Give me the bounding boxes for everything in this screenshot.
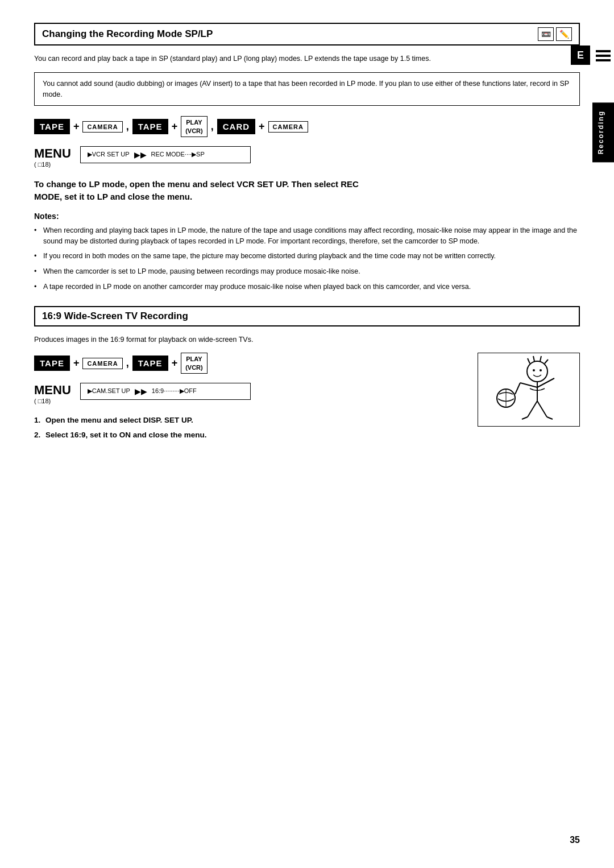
svg-point-5: [533, 369, 535, 371]
page-number: 35: [570, 835, 580, 845]
plus-1: +: [73, 121, 80, 133]
double-arrow-1: ▶▶: [134, 150, 147, 159]
menu-arrow-box-2: ▶CAM.SET UP ▶▶ 16:9·········▶OFF: [80, 383, 251, 400]
svg-line-8: [520, 383, 537, 387]
mode-row-section1: TAPE + CAMERA , TAPE + PLAY(VCR) , CARD …: [34, 116, 580, 137]
side-decoration: [592, 46, 614, 66]
pencil-icon: ✏️: [556, 27, 572, 41]
warning-box: You cannot add sound (audio dubbing) or …: [34, 72, 580, 106]
menu-section-1: MENU ( □18) ▶VCR SET UP ▶▶ REC MODE····▶…: [34, 146, 580, 168]
section2-header: 16:9 Wide-Screen TV Recording: [34, 306, 580, 326]
menu-arrow1-text-2: ▶CAM.SET UP: [88, 387, 130, 395]
menu-arrow-box-1: ▶VCR SET UP ▶▶ REC MODE····▶SP: [80, 146, 251, 163]
plus-2: +: [172, 121, 178, 133]
svg-point-6: [540, 369, 542, 371]
section1-header: Changing the Recording Mode SP/LP 📼 ✏️: [34, 23, 580, 46]
step-item-1: 1. Open the menu and select DISP. SET UP…: [34, 415, 466, 426]
note-item: When recording and playing back tapes in…: [34, 225, 580, 247]
camera-label-2: CAMERA: [268, 121, 308, 133]
section2: 16:9 Wide-Screen TV Recording Produces i…: [34, 306, 580, 445]
svg-line-10: [528, 401, 537, 417]
menu-section-2: MENU ( □18) ▶CAM.SET UP ▶▶ 16:9·········…: [34, 383, 466, 404]
step-item-2: 2. Select 16:9, set it to ON and close t…: [34, 429, 466, 441]
svg-line-3: [540, 356, 541, 361]
menu-arrow2-text-2: 16:9·········▶OFF: [152, 387, 197, 395]
section1-intro: You can record and play back a tape in S…: [34, 53, 580, 64]
section2-intro: Produces images in the 16:9 format for p…: [34, 334, 580, 345]
tape-icon: 📼: [538, 27, 554, 41]
comma-2: ,: [211, 121, 214, 133]
svg-line-2: [533, 356, 534, 361]
svg-point-0: [527, 361, 547, 382]
svg-line-4: [545, 359, 548, 363]
menu-word-2: MENU ( □18): [34, 383, 71, 404]
menu-arrow1-text: ▶VCR SET UP: [88, 151, 130, 158]
note-item: A tape recorded in LP mode on another ca…: [34, 282, 580, 292]
svg-line-9: [537, 378, 554, 387]
section-letter-tab: E: [571, 46, 590, 65]
card-label: CARD: [217, 119, 255, 134]
svg-line-11: [537, 401, 547, 417]
section1-icons: 📼 ✏️: [538, 27, 572, 41]
camera-label-1: CAMERA: [82, 121, 122, 133]
tape-label-4: TAPE: [132, 356, 168, 371]
comma-3: ,: [126, 357, 129, 369]
tape-label-2: TAPE: [132, 119, 168, 134]
tape-label-1: TAPE: [34, 119, 70, 134]
section2-content: TAPE + CAMERA , TAPE + PLAY(VCR) MENU ( …: [34, 353, 580, 444]
comma-1: ,: [126, 121, 129, 133]
plus-3: +: [259, 121, 265, 133]
camera-label-3: CAMERA: [82, 358, 122, 369]
section1-main-heading: To change to LP mode, open the menu and …: [34, 178, 580, 204]
double-arrow-2: ▶▶: [135, 387, 147, 396]
svg-line-13: [547, 417, 553, 419]
note-item: If you record in both modes on the same …: [34, 251, 580, 262]
menu-page-ref-2: ( □18): [34, 398, 51, 404]
tape-label-3: TAPE: [34, 356, 70, 371]
notes-heading: Notes:: [34, 212, 580, 221]
play-vcr-label-1: PLAY(VCR): [181, 116, 208, 137]
plus-4: +: [73, 357, 80, 369]
menu-page-ref-1: ( □18): [34, 161, 51, 168]
plus-5: +: [172, 357, 178, 369]
svg-line-1: [528, 358, 530, 363]
svg-line-16: [515, 383, 520, 394]
note-item: When the camcorder is set to LP mode, pa…: [34, 266, 580, 277]
section2-left: TAPE + CAMERA , TAPE + PLAY(VCR) MENU ( …: [34, 353, 466, 444]
side-tab-recording: Recording: [592, 102, 614, 162]
menu-word-1: MENU ( □18): [34, 146, 71, 168]
steps-list: 1. Open the menu and select DISP. SET UP…: [34, 415, 466, 441]
play-vcr-label-2: PLAY(VCR): [181, 353, 208, 374]
illustration-box: [478, 353, 580, 427]
mode-row-section2: TAPE + CAMERA , TAPE + PLAY(VCR): [34, 353, 466, 374]
section2-title: 16:9 Wide-Screen TV Recording: [42, 311, 188, 322]
svg-line-12: [522, 417, 528, 419]
wide-screen-illustration: [483, 356, 574, 424]
notes-list: When recording and playing back tapes in…: [34, 225, 580, 292]
section1-title: Changing the Recording Mode SP/LP: [42, 28, 213, 40]
menu-arrow2-text: REC MODE····▶SP: [151, 151, 205, 158]
